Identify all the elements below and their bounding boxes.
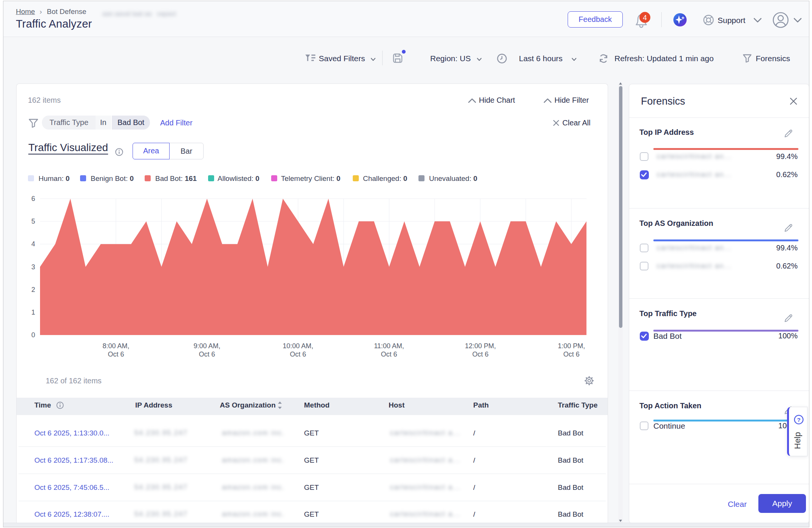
svg-text:0: 0 [31, 331, 35, 339]
svg-text:Oct 6: Oct 6 [381, 350, 397, 358]
svg-text:11:00 AM,: 11:00 AM, [374, 342, 404, 350]
svg-text:2: 2 [31, 286, 35, 293]
svg-text:6: 6 [31, 195, 35, 202]
svg-text:Oct 6: Oct 6 [472, 350, 488, 358]
svg-text:12:00 PM,: 12:00 PM, [465, 342, 496, 350]
svg-text:3: 3 [31, 263, 35, 271]
svg-text:Oct 6: Oct 6 [563, 350, 579, 358]
svg-text:?: ? [797, 417, 800, 423]
svg-text:4: 4 [643, 14, 647, 22]
svg-text:9:00 AM,: 9:00 AM, [193, 342, 220, 350]
svg-text:10:00 AM,: 10:00 AM, [283, 342, 313, 350]
svg-text:Oct 6: Oct 6 [290, 350, 306, 358]
svg-text:1: 1 [31, 309, 35, 316]
svg-text:4: 4 [31, 240, 35, 248]
svg-text:5: 5 [31, 218, 35, 225]
svg-text:Oct 6: Oct 6 [108, 350, 124, 358]
svg-text:1:00 PM,: 1:00 PM, [558, 342, 585, 350]
svg-text:8:00 AM,: 8:00 AM, [102, 342, 129, 350]
svg-text:Oct 6: Oct 6 [199, 350, 215, 358]
